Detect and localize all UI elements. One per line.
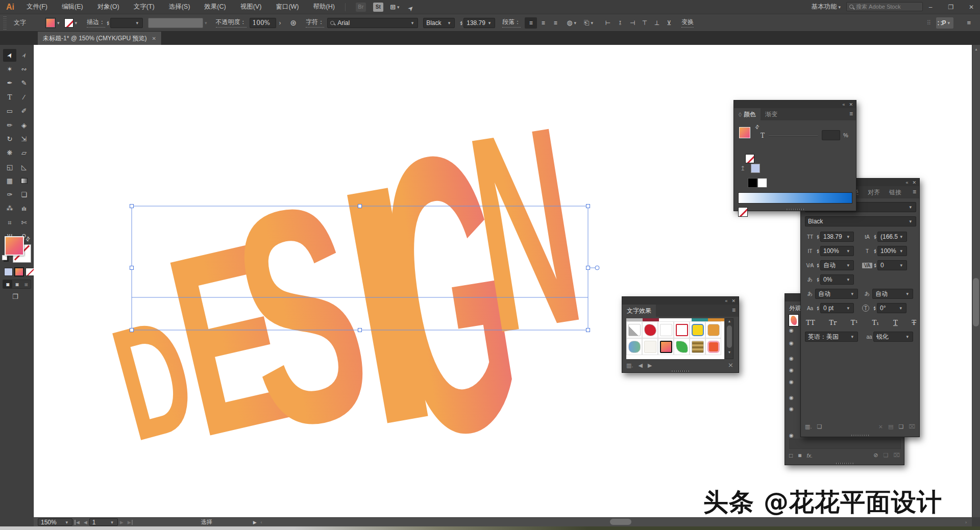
- small-caps-button[interactable]: Tr: [829, 319, 837, 326]
- character-label[interactable]: 字符：: [306, 18, 324, 28]
- mesh-tool[interactable]: ▦: [3, 174, 16, 187]
- opacity-field[interactable]: 100%: [250, 18, 276, 28]
- appearance-thumbnail[interactable]: [789, 314, 799, 326]
- width-tool[interactable]: ❋: [3, 146, 16, 159]
- char-styles-icon[interactable]: ❏: [817, 423, 822, 430]
- drag-grip[interactable]: [3, 16, 7, 30]
- transform-label[interactable]: 变换: [681, 18, 694, 28]
- close-button[interactable]: ✕: [963, 2, 980, 13]
- artboard-tool[interactable]: ⌗: [3, 216, 16, 229]
- gradient-mode-button[interactable]: [15, 268, 23, 276]
- rectangle-tool[interactable]: ▭: [3, 105, 16, 117]
- tracking-stepper[interactable]: ▴▾: [874, 263, 876, 268]
- horizontal-scrollbar-thumb[interactable]: [610, 519, 631, 525]
- v-align-bottom-button[interactable]: ⊻: [663, 17, 675, 29]
- menu-help[interactable]: 帮助(H): [306, 0, 342, 14]
- add-effect-icon[interactable]: fx.: [807, 452, 813, 459]
- draw-inside-button[interactable]: ◙: [22, 280, 31, 288]
- kerning-stepper[interactable]: ▴▾: [817, 263, 819, 268]
- horizontal-scale-stepper[interactable]: ▴▾: [874, 248, 876, 254]
- control-panel-menu-icon[interactable]: ≡: [967, 19, 971, 27]
- visibility-eye-icon[interactable]: ◉: [789, 327, 794, 333]
- delete-style-icon[interactable]: ⨯: [878, 423, 883, 430]
- screen-mode-icon[interactable]: ❐: [12, 293, 18, 300]
- symbol-sprayer-tool[interactable]: ⁂: [3, 202, 16, 215]
- h-align-left-button[interactable]: ⊢: [602, 17, 614, 29]
- menu-effect[interactable]: 效果(C): [197, 0, 233, 14]
- opacity-more-button[interactable]: ›: [279, 19, 281, 27]
- next-icon[interactable]: ▶: [648, 362, 652, 369]
- draw-behind-button[interactable]: ◙: [12, 280, 21, 288]
- text-effect-swatch[interactable]: [626, 338, 642, 355]
- font-size-stepper[interactable]: ▴▾: [817, 234, 819, 239]
- align-right-button[interactable]: ≡: [549, 17, 561, 29]
- graph-tool[interactable]: ılı: [17, 202, 31, 215]
- gpu-rocket-icon[interactable]: ➤: [406, 0, 420, 14]
- text-effect-swatch-selected[interactable]: [658, 338, 674, 355]
- tab-align[interactable]: 对齐: [863, 186, 885, 198]
- last-color-swatch[interactable]: [751, 164, 760, 173]
- close-icon[interactable]: ✕: [912, 180, 916, 185]
- recolor-artwork-icon[interactable]: ⊛: [290, 18, 297, 28]
- menu-edit[interactable]: 编辑(E): [55, 0, 90, 14]
- text-effect-swatch[interactable]: [690, 338, 705, 355]
- text-effect-swatch[interactable]: [674, 321, 690, 338]
- swatch-scrollbar[interactable]: ▴ ▾: [725, 318, 733, 359]
- tint-value-field[interactable]: [822, 130, 840, 140]
- eyedropper-tool[interactable]: ✑: [3, 188, 16, 201]
- rotate-tool[interactable]: ↻: [3, 133, 16, 145]
- text-effect-swatch[interactable]: [674, 338, 690, 355]
- kerning-field[interactable]: 自动▾: [820, 260, 854, 270]
- selection-tool[interactable]: ➤: [3, 49, 16, 62]
- prev-page-button[interactable]: ◀: [84, 520, 87, 525]
- text-effect-swatch[interactable]: [705, 321, 721, 338]
- shape-builder-tool[interactable]: ◱: [3, 161, 16, 173]
- all-caps-button[interactable]: TT: [806, 319, 815, 326]
- h-align-right-button[interactable]: ⊣: [626, 17, 639, 29]
- text-effect-swatch[interactable]: [642, 338, 658, 355]
- proportional-stepper[interactable]: ▴▾: [817, 277, 819, 282]
- brush-definition-dropdown[interactable]: [148, 18, 203, 28]
- text-effect-swatch[interactable]: [690, 321, 705, 338]
- vertical-scale-field[interactable]: 100%▾: [820, 246, 854, 256]
- document-setup-icon[interactable]: ⎗: [584, 19, 589, 27]
- scale-tool[interactable]: ⇲: [17, 133, 31, 145]
- color-spectrum-bar[interactable]: [738, 192, 852, 204]
- arrange-documents-icon[interactable]: ⊞▾: [390, 3, 401, 12]
- align-left-button[interactable]: ≡: [525, 17, 537, 29]
- visibility-eye-icon[interactable]: ◉: [789, 356, 794, 361]
- bridge-button[interactable]: Br: [356, 3, 366, 12]
- menu-window[interactable]: 窗口(W): [268, 0, 306, 14]
- clear-appearance-icon[interactable]: ⊘: [873, 452, 878, 459]
- add-stroke-icon[interactable]: □: [789, 452, 793, 459]
- text-effect-swatch[interactable]: [626, 321, 642, 338]
- stroke-weight-stepper[interactable]: ▴▾: [107, 20, 109, 26]
- stroke-color-swatch[interactable]: [64, 18, 74, 28]
- direct-selection-tool[interactable]: ➢: [17, 49, 31, 62]
- visibility-eye-icon[interactable]: ◉: [789, 367, 794, 373]
- paintbrush-tool[interactable]: ✐: [17, 105, 31, 117]
- tab-links[interactable]: 链接: [885, 186, 906, 198]
- curvature-tool[interactable]: ✎: [17, 77, 31, 89]
- space-before-dropdown[interactable]: 自动▾: [815, 289, 858, 299]
- status-expand-icon[interactable]: ▶: [253, 520, 257, 525]
- close-icon[interactable]: ✕: [849, 102, 853, 107]
- align-center-button[interactable]: ≡: [537, 17, 549, 29]
- resize-grip[interactable]: [787, 209, 804, 210]
- none-swatch[interactable]: [738, 207, 748, 217]
- none-mode-button[interactable]: [26, 268, 34, 276]
- baseline-stepper[interactable]: ▴▾: [817, 306, 819, 311]
- default-fill-stroke-icon[interactable]: [2, 255, 7, 260]
- close-icon[interactable]: ✕: [731, 298, 736, 304]
- font-family-dropdown[interactable]: Arial▾: [327, 18, 418, 28]
- tab-text-effects[interactable]: 文字效果: [622, 305, 656, 317]
- space-after-dropdown[interactable]: 自动▾: [872, 289, 913, 299]
- tab-color[interactable]: ◊颜色: [734, 108, 761, 120]
- superscript-button[interactable]: T¹: [851, 319, 858, 326]
- h-align-center-button[interactable]: ⫱: [614, 17, 626, 29]
- panel-menu-icon[interactable]: ≡: [913, 188, 916, 195]
- free-transform-tool[interactable]: ▱: [17, 146, 31, 159]
- leading-field[interactable]: (166.5▾: [877, 232, 907, 242]
- collapse-icon[interactable]: «: [842, 102, 845, 107]
- visibility-eye-icon[interactable]: ◉: [789, 340, 794, 346]
